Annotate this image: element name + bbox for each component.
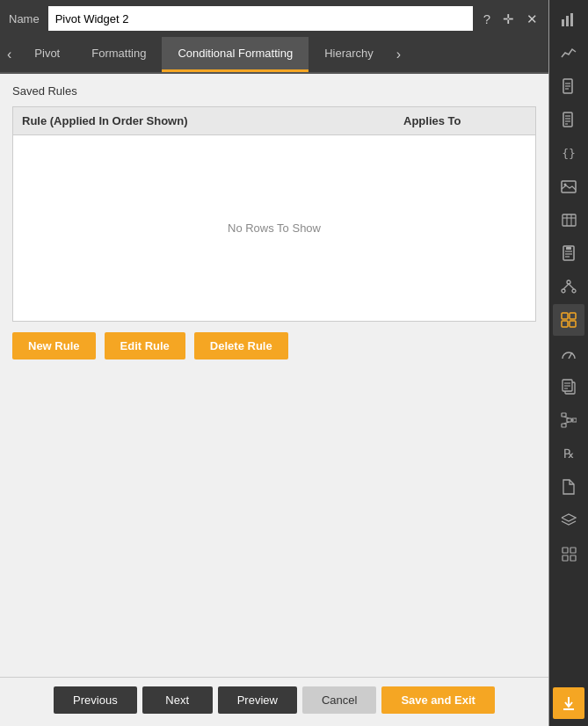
- widget-name-input[interactable]: [48, 6, 473, 31]
- svg-rect-30: [562, 321, 568, 327]
- svg-rect-40: [562, 424, 566, 427]
- rules-table-body: No Rows To Show: [13, 135, 535, 321]
- preview-button[interactable]: Preview: [218, 686, 297, 714]
- tab-pivot[interactable]: Pivot: [18, 37, 76, 72]
- svg-point-24: [562, 289, 565, 293]
- footer-spacer: [0, 377, 548, 677]
- svg-rect-47: [563, 555, 568, 561]
- svg-line-42: [564, 417, 570, 418]
- save-exit-button[interactable]: Save and Exit: [381, 686, 495, 714]
- network-icon[interactable]: [553, 271, 584, 302]
- report-icon[interactable]: [553, 237, 584, 269]
- svg-rect-0: [562, 19, 564, 26]
- copy-icon[interactable]: [553, 371, 584, 403]
- help-icon[interactable]: ?: [482, 12, 492, 25]
- cancel-button[interactable]: Cancel: [302, 686, 376, 714]
- svg-rect-46: [570, 548, 576, 553]
- svg-rect-1: [566, 16, 569, 26]
- col-rule-header: Rule (Applied In Order Shown): [22, 114, 403, 127]
- svg-rect-14: [563, 214, 576, 226]
- svg-rect-29: [570, 313, 576, 319]
- svg-rect-38: [562, 413, 566, 417]
- next-button[interactable]: Next: [142, 686, 213, 714]
- text-doc-icon[interactable]: [553, 104, 584, 135]
- header: Name ? ✛ ✕: [0, 0, 548, 37]
- action-buttons: New Rule Edit Rule Delete Rule: [12, 332, 536, 359]
- tab-conditional-formatting[interactable]: Conditional Formatting: [162, 37, 309, 72]
- pivot-icon[interactable]: [553, 304, 584, 336]
- no-rows-message: No Rows To Show: [228, 221, 321, 235]
- svg-rect-39: [567, 418, 571, 422]
- doc2-icon[interactable]: [553, 471, 584, 503]
- svg-point-23: [567, 280, 570, 284]
- name-label: Name: [9, 12, 40, 25]
- line-chart-icon[interactable]: [553, 37, 584, 69]
- document-icon[interactable]: [553, 70, 584, 102]
- image-icon[interactable]: [553, 171, 584, 202]
- svg-rect-48: [570, 555, 576, 561]
- svg-line-43: [564, 422, 570, 424]
- svg-rect-45: [563, 548, 568, 553]
- grid2-icon[interactable]: [553, 538, 584, 570]
- svg-rect-28: [562, 313, 568, 319]
- move-icon[interactable]: ✛: [501, 12, 516, 25]
- delete-rule-button[interactable]: Delete Rule: [194, 332, 288, 359]
- previous-button[interactable]: Previous: [54, 686, 137, 714]
- saved-rules-label: Saved Rules: [12, 84, 536, 98]
- rules-table-header: Rule (Applied In Order Shown) Applies To: [13, 107, 535, 135]
- gauge-icon[interactable]: [553, 338, 584, 369]
- table-icon[interactable]: [553, 204, 584, 236]
- tab-prev-btn[interactable]: ‹: [0, 37, 18, 72]
- col-applies-header: Applies To: [403, 114, 526, 127]
- edit-rule-button[interactable]: Edit Rule: [105, 332, 185, 359]
- svg-rect-31: [570, 321, 576, 327]
- rx-icon[interactable]: ℞: [553, 438, 584, 469]
- layers-icon[interactable]: [553, 505, 584, 536]
- tab-next-btn[interactable]: ›: [389, 37, 408, 72]
- svg-rect-22: [566, 247, 571, 250]
- content-area: Saved Rules Rule (Applied In Order Shown…: [0, 74, 548, 377]
- bar-chart-icon[interactable]: [553, 4, 584, 35]
- header-icons: ? ✛ ✕: [482, 12, 540, 25]
- svg-point-25: [572, 289, 576, 293]
- svg-line-27: [569, 284, 574, 289]
- svg-line-26: [563, 284, 569, 289]
- bottom-nav: Previous Next Preview Cancel Save and Ex…: [0, 677, 548, 726]
- new-rule-button[interactable]: New Rule: [12, 332, 96, 359]
- flow-icon[interactable]: [553, 404, 584, 436]
- tabs-row: ‹ Pivot Formatting Conditional Formattin…: [0, 37, 548, 74]
- tab-formatting[interactable]: Formatting: [76, 37, 162, 72]
- download-icon[interactable]: [553, 687, 584, 719]
- svg-rect-7: [563, 113, 572, 127]
- rules-table: Rule (Applied In Order Shown) Applies To…: [12, 106, 536, 322]
- code-icon[interactable]: {}: [553, 137, 584, 169]
- svg-rect-2: [570, 13, 573, 26]
- tab-hierarchy[interactable]: Hierarchy: [309, 37, 389, 72]
- right-sidebar: {}: [549, 0, 588, 726]
- close-icon[interactable]: ✕: [525, 12, 540, 25]
